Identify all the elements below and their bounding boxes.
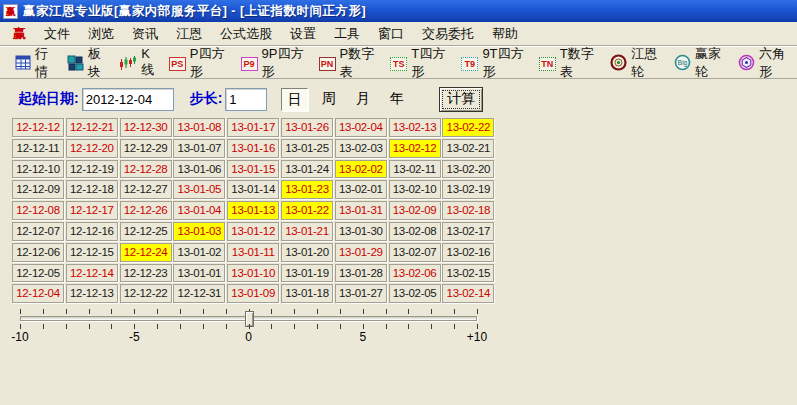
date-cell: 13-02-11 bbox=[389, 160, 441, 179]
date-cell: 13-02-07 bbox=[389, 243, 441, 262]
date-cell: 13-02-15 bbox=[442, 264, 494, 283]
date-cell: 13-01-07 bbox=[173, 139, 225, 158]
toolbar-sectors-button[interactable]: 板块 bbox=[62, 43, 115, 83]
step-input[interactable] bbox=[225, 88, 267, 111]
date-cell: 12-12-19 bbox=[66, 160, 118, 179]
period-option-month[interactable]: 月 bbox=[349, 88, 376, 111]
slider-tick bbox=[386, 309, 387, 314]
period-option-year[interactable]: 年 bbox=[383, 88, 410, 111]
toolbar-kline-label: K线 bbox=[141, 46, 158, 79]
offset-slider[interactable]: -10-505+10 bbox=[20, 307, 477, 347]
parameter-form: 起始日期: 步长: 日周月年 计算 bbox=[0, 84, 797, 114]
date-cell: 13-01-19 bbox=[281, 264, 333, 283]
toolbar-sectors-label: 板块 bbox=[88, 45, 109, 81]
date-cell: 13-01-26 bbox=[281, 118, 333, 137]
slider-tick bbox=[454, 324, 455, 329]
date-cell: 13-02-17 bbox=[442, 222, 494, 241]
blocks-icon bbox=[67, 55, 84, 71]
date-cell: 12-12-28 bbox=[120, 160, 172, 179]
app-window: 赢 赢家江恩专业版[赢家内部服务平台] - [上证指数时间正方形] 赢文件浏览资… bbox=[0, 0, 797, 405]
toolbar-p-square-button[interactable]: PSP四方形 bbox=[164, 43, 236, 83]
date-cell: 13-02-06 bbox=[389, 264, 441, 283]
date-cell: 13-01-14 bbox=[227, 180, 279, 199]
date-cell: 13-01-01 bbox=[173, 264, 225, 283]
date-cell: 13-02-20 bbox=[442, 160, 494, 179]
slider-tick bbox=[66, 324, 67, 329]
date-cell: 12-12-29 bbox=[120, 139, 172, 158]
slider-tick bbox=[20, 324, 21, 329]
toolbar-kline-button[interactable]: K线 bbox=[114, 44, 164, 81]
toolbar-quotes-label: 行情 bbox=[35, 45, 56, 81]
toolbar-9p-square-button[interactable]: P99P四方形 bbox=[236, 43, 314, 83]
slider-tick bbox=[454, 309, 455, 314]
app-logo-icon: 赢 bbox=[3, 4, 18, 19]
slider-tick bbox=[43, 324, 44, 329]
ps-badge-icon: PS bbox=[169, 55, 186, 71]
toolbar-9t-square-button[interactable]: T99T四方形 bbox=[456, 43, 533, 83]
menu-item-trade-order[interactable]: 交易委托 bbox=[413, 23, 483, 45]
toolbar-gann-wheel-button[interactable]: 江恩轮 bbox=[605, 43, 669, 83]
period-option-day[interactable]: 日 bbox=[281, 88, 308, 111]
toolbar-p-number-table-label: P数字表 bbox=[340, 45, 380, 81]
menu-item-settings[interactable]: 设置 bbox=[281, 23, 325, 45]
toolbar-t-square-button[interactable]: TST四方形 bbox=[385, 43, 456, 83]
slider-tick bbox=[203, 324, 204, 329]
toolbar-p-number-table-button[interactable]: PNP数字表 bbox=[314, 43, 386, 83]
date-cell: 13-02-19 bbox=[442, 180, 494, 199]
date-cell: 13-01-13 bbox=[227, 201, 279, 220]
menu-item-brand[interactable]: 赢 bbox=[4, 23, 35, 45]
date-cell: 12-12-17 bbox=[66, 201, 118, 220]
toolbar-winner-wheel-button[interactable]: Big赢家轮 bbox=[669, 43, 733, 83]
toolbar-9t-square-label: 9T四方形 bbox=[482, 45, 527, 81]
slider-tick bbox=[89, 309, 90, 314]
slider-tick bbox=[477, 324, 478, 329]
toolbar-t-number-table-button[interactable]: TNT数字表 bbox=[534, 43, 605, 83]
quote-grid-icon bbox=[15, 55, 31, 70]
menu-item-file[interactable]: 文件 bbox=[35, 23, 79, 45]
menu-item-formula-stock-pick[interactable]: 公式选股 bbox=[211, 23, 281, 45]
menu-item-news[interactable]: 资讯 bbox=[123, 23, 167, 45]
slider-tick bbox=[20, 309, 21, 314]
svg-text:Big: Big bbox=[678, 59, 688, 67]
date-cell: 12-12-23 bbox=[120, 264, 172, 283]
slider-tick bbox=[317, 309, 318, 314]
date-cell: 12-12-15 bbox=[66, 243, 118, 262]
menu-item-gann[interactable]: 江恩 bbox=[167, 23, 211, 45]
date-cell: 12-12-06 bbox=[12, 243, 64, 262]
menu-item-help[interactable]: 帮助 bbox=[483, 23, 527, 45]
start-date-input[interactable] bbox=[82, 88, 174, 111]
period-option-week[interactable]: 周 bbox=[315, 88, 342, 111]
date-cell: 12-12-10 bbox=[12, 160, 64, 179]
slider-label: +10 bbox=[467, 330, 487, 344]
date-cell: 13-01-03 bbox=[173, 222, 225, 241]
date-cell: 12-12-12 bbox=[12, 118, 64, 137]
date-cell: 12-12-18 bbox=[66, 180, 118, 199]
date-cell: 12-12-11 bbox=[12, 139, 64, 158]
menu-item-window[interactable]: 窗口 bbox=[369, 23, 413, 45]
date-cell: 13-01-11 bbox=[227, 243, 279, 262]
calculate-button[interactable]: 计算 bbox=[439, 87, 483, 112]
slider-tick bbox=[134, 324, 135, 329]
menu-item-tools[interactable]: 工具 bbox=[325, 23, 369, 45]
menu-item-browse[interactable]: 浏览 bbox=[79, 23, 123, 45]
date-cell: 13-01-04 bbox=[173, 201, 225, 220]
slider-tick bbox=[363, 309, 364, 314]
date-cell: 13-01-08 bbox=[173, 118, 225, 137]
date-cell: 13-02-05 bbox=[389, 284, 441, 303]
date-cell: 13-01-17 bbox=[227, 118, 279, 137]
slider-tick bbox=[294, 309, 295, 314]
slider-tick bbox=[386, 324, 387, 329]
toolbar-hexagon-button[interactable]: 六角形 bbox=[733, 43, 797, 83]
period-options: 日周月年 bbox=[281, 88, 417, 111]
date-cell: 12-12-09 bbox=[12, 180, 64, 199]
date-cell: 12-12-27 bbox=[120, 180, 172, 199]
date-cell: 13-01-23 bbox=[281, 180, 333, 199]
slider-tick bbox=[226, 309, 227, 314]
date-cell: 13-02-14 bbox=[442, 284, 494, 303]
slider-labels: -10-505+10 bbox=[20, 330, 477, 344]
date-cell: 13-01-27 bbox=[335, 284, 387, 303]
slider-tick bbox=[340, 324, 341, 329]
toolbar-quotes-button[interactable]: 行情 bbox=[10, 43, 62, 83]
t9-badge-icon: T9 bbox=[461, 55, 478, 71]
slider-tick bbox=[89, 324, 90, 329]
